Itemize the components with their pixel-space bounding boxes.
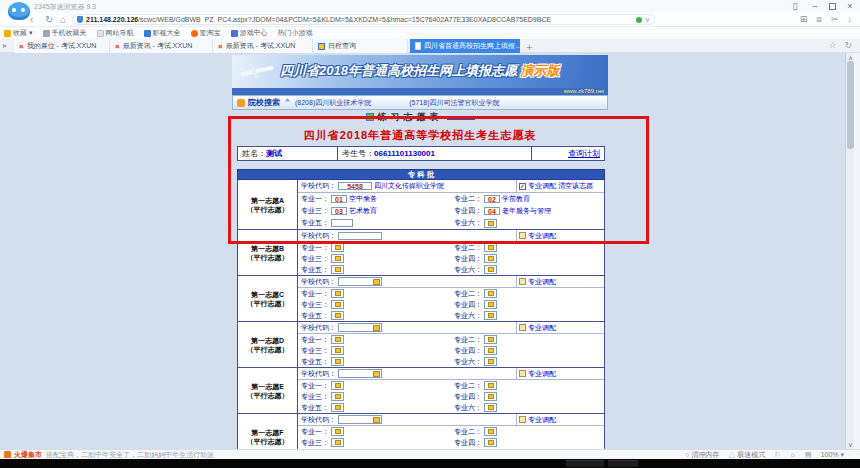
school-name-link[interactable]: 四川文化传媒职业学院 [374,181,444,191]
picker-icon[interactable] [335,313,341,318]
school-code-input[interactable]: 5458 [338,182,372,190]
bookmark-mobile-favorites[interactable]: 手机收藏夹 [43,28,87,38]
picker-icon[interactable] [335,383,341,388]
adjust-checkbox[interactable] [519,370,526,377]
adjust-checkbox[interactable] [519,278,526,285]
tab-3[interactable]: × 最新资讯 - 考试.XXUN [213,39,313,53]
bookmark-game-center[interactable]: 游戏中心 [231,28,268,38]
picker-icon[interactable] [335,394,341,399]
major-6-input[interactable] [484,265,497,274]
download-icon[interactable]: ↓ [848,13,853,26]
college-link-1[interactable]: (8208)四川职业技术学院 [295,98,371,108]
major-2-input[interactable] [484,289,497,298]
picker-icon[interactable] [488,440,494,445]
major-1-input[interactable] [331,289,344,298]
picker-icon[interactable] [488,313,494,318]
speed-mode-button[interactable]: △ 极速模式 [728,450,765,460]
picker-icon[interactable] [488,302,494,307]
clear-volunteer-link[interactable]: 清空该志愿 [558,181,593,191]
phone-sync-icon[interactable]: ▯ [789,1,801,11]
scissors-icon[interactable]: ✂ [831,13,839,26]
major-6-input[interactable] [484,219,497,228]
picker-icon[interactable] [335,302,341,307]
major-6-input[interactable] [484,311,497,320]
apps-grid-icon[interactable]: ⊞ [800,13,808,26]
picker-icon[interactable] [335,359,341,364]
picker-icon[interactable] [335,245,341,250]
major-2-input[interactable] [484,335,497,344]
favorite-star-icon[interactable]: ☆ [828,40,836,50]
major-1-input[interactable] [331,381,344,390]
screenshot-icon[interactable]: ⧈ [816,13,822,26]
promo-label[interactable]: 火爆集市 [14,450,42,460]
school-code-input[interactable] [338,323,382,332]
picker-icon[interactable] [335,429,341,434]
adjust-checkbox[interactable] [519,324,526,331]
bookmark-video[interactable]: 影视大全 [144,28,181,38]
new-tab-button[interactable]: ＋ [524,40,534,54]
major-3-input[interactable] [331,254,344,263]
picker-icon[interactable] [488,256,494,261]
major-4-input[interactable] [484,392,497,401]
major-3-input[interactable] [331,346,344,355]
picker-icon[interactable] [488,429,494,434]
school-code-input[interactable] [338,369,382,378]
major-4-input[interactable]: 04 [484,207,500,215]
gear-icon[interactable]: ☼ [790,451,796,458]
reload-icon[interactable]: ↻ [844,40,852,50]
picker-icon[interactable] [335,405,341,410]
adjust-checkbox[interactable]: ✓ [519,183,526,190]
tab-2[interactable]: × 最新资讯 - 考试.XXUN [110,39,213,53]
maximize-button[interactable] [829,3,836,10]
tab-active[interactable]: 四川省普通高校招生网上填报... × [410,39,520,53]
close-button[interactable]: × [844,1,856,11]
scrollbar[interactable]: ∧ ∨ [845,53,854,449]
back-icon[interactable]: ‹ [30,13,33,26]
scrollbar-thumb[interactable] [847,61,854,149]
windows-taskbar[interactable] [0,459,860,468]
major-1-input[interactable] [331,427,344,436]
major-6-input[interactable] [484,357,497,366]
major-2-input[interactable] [484,427,497,436]
stepper-icon[interactable] [285,98,290,107]
refresh-icon[interactable]: ↻ [45,13,53,26]
taskbar-item[interactable] [608,460,638,467]
panel-icon[interactable]: ▤ [805,451,812,459]
major-1-input[interactable]: 01 [331,195,347,203]
picker-icon[interactable] [373,371,380,377]
major-5-input[interactable] [331,265,344,274]
picker-icon[interactable] [488,383,494,388]
memory-clean-button[interactable]: ○ 清理内存 [685,450,719,460]
major-4-input[interactable] [484,346,497,355]
home-icon[interactable]: ⌂ [60,13,66,26]
promo-text[interactable]: 搭配宝典，二胎中年安全了，二胎妈妈中年生活行动派 [46,450,214,460]
school-code-input[interactable] [338,415,382,424]
major-3-input[interactable]: 03 [331,207,347,215]
picker-icon[interactable] [373,325,380,331]
tab-1[interactable]: × 我的展位 - 考试.XXUN [14,39,110,53]
major-5-input[interactable] [331,403,344,412]
major-3-input[interactable] [331,392,344,401]
picker-icon[interactable] [335,256,341,261]
major-4-input[interactable] [484,300,497,309]
major-5-input[interactable] [331,219,353,227]
minimize-button[interactable]: – [809,1,821,11]
taskbar-item[interactable] [566,460,604,467]
major-4-input[interactable] [484,438,497,447]
flag-icon[interactable]: ⚐ [774,451,780,459]
major-3-input[interactable] [331,438,344,447]
school-code-input[interactable] [338,277,382,286]
major-1-input[interactable] [331,335,344,344]
picker-icon[interactable] [373,417,380,423]
major-5-input[interactable] [331,311,344,320]
picker-icon[interactable] [488,394,494,399]
bookmark-site-nav[interactable]: 网站导航 [97,28,134,38]
picker-icon[interactable] [488,291,494,296]
school-code-input[interactable] [338,232,382,240]
picker-icon[interactable] [335,348,341,353]
adjust-checkbox[interactable] [519,232,526,239]
picker-icon[interactable] [488,359,494,364]
adjust-checkbox[interactable] [519,416,526,423]
major-1-input[interactable] [331,243,344,252]
major-2-input[interactable]: 02 [484,195,500,203]
